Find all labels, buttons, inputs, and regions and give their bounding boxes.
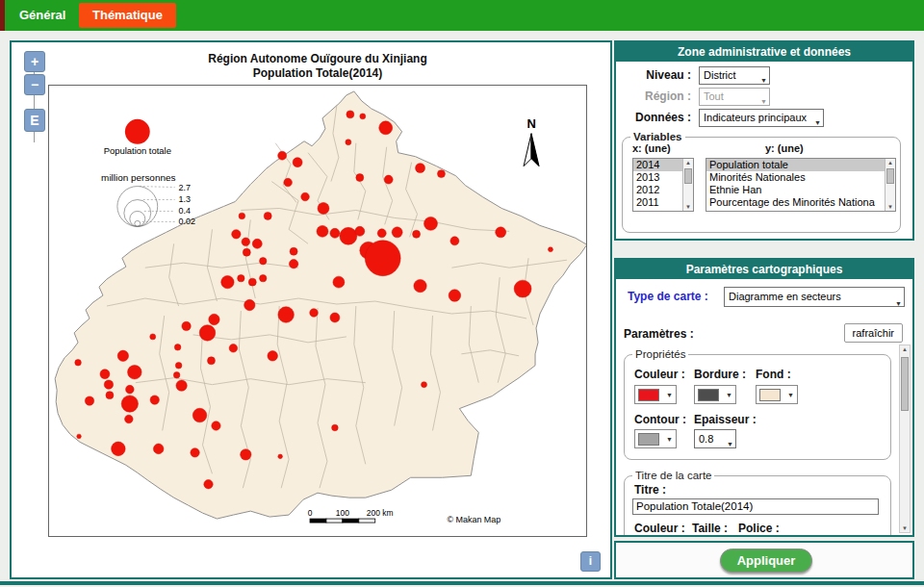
population-bubble <box>392 227 402 238</box>
population-bubble <box>176 380 187 391</box>
zoom-in-button[interactable]: + <box>24 51 45 72</box>
x-variable-label: x: (une) <box>632 142 671 154</box>
titre-couleur-label: Couleur : <box>634 522 685 535</box>
legend-symbol-label: Population totale <box>104 145 171 156</box>
donnees-select[interactable]: Indicateurs principaux ▼ <box>699 109 824 127</box>
population-bubble <box>293 158 302 167</box>
bordure-swatch-select[interactable]: ▼ <box>694 385 736 404</box>
page-bottom-border <box>0 581 924 585</box>
map-type-select[interactable]: Diagramme en secteurs ▼ <box>724 287 905 307</box>
titre-input[interactable]: Population Totale(2014) <box>632 498 879 515</box>
population-bubble <box>290 247 297 255</box>
scroll-down-icon[interactable]: ▼ <box>683 204 693 210</box>
map-canvas[interactable]: Population totale million personnes 2.7 … <box>48 85 587 537</box>
population-bubble <box>379 121 393 135</box>
apply-button[interactable]: Appliquer <box>720 549 812 573</box>
population-bubble <box>346 111 354 118</box>
population-bubble <box>232 230 241 239</box>
scale-end: 200 km <box>367 508 394 518</box>
population-bubble <box>284 178 293 187</box>
population-bubble <box>117 350 128 361</box>
population-bubble <box>77 434 82 439</box>
list-option[interactable]: 2012 <box>633 184 682 196</box>
map-type-label: Type de carte : <box>628 290 708 303</box>
dropdown-arrow-icon: ▼ <box>787 392 794 398</box>
region-select[interactable]: Tout ▼ <box>699 88 770 106</box>
carto-params-section: Paramètres cartographiques Type de carte… <box>614 258 914 537</box>
y-list-scrollbar[interactable]: ▲ ▼ <box>885 159 895 211</box>
bordure-label: Bordure : <box>694 368 746 381</box>
params-scrollbar[interactable]: ▲ ▼ <box>899 345 911 533</box>
y-variable-list[interactable]: Population totaleMinorités NationalesEth… <box>706 158 896 212</box>
map-panel: Région Autonome Ouïgoure du Xinjiang Pop… <box>10 40 612 579</box>
dropdown-arrow-icon: ▼ <box>726 392 732 398</box>
niveau-select[interactable]: District ▼ <box>699 66 770 85</box>
population-bubble <box>121 396 138 412</box>
legend-size-ring <box>135 220 141 226</box>
fond-swatch-select[interactable]: ▼ <box>756 385 798 404</box>
scroll-down-icon[interactable]: ▼ <box>886 204 895 210</box>
full-extent-button[interactable]: E <box>24 109 45 132</box>
zone-admin-section: Zone administrative et données Niveau : … <box>614 40 914 241</box>
donnees-value: Indicateurs principaux <box>704 112 807 123</box>
scroll-down-icon[interactable]: ▼ <box>900 525 910 531</box>
nav-tab-general[interactable]: Général <box>19 8 65 22</box>
map-title-line1: Région Autonome Ouïgoure du Xinjiang <box>48 52 587 66</box>
population-bubble <box>243 248 250 256</box>
scroll-up-icon[interactable]: ▲ <box>886 160 895 166</box>
legend-size-ring <box>124 199 151 226</box>
population-bubble <box>260 274 267 281</box>
scroll-thumb[interactable] <box>901 357 909 411</box>
apply-section: Appliquer <box>614 541 914 579</box>
population-bubble <box>310 309 319 318</box>
population-bubble <box>289 260 297 268</box>
couleur-swatch-select[interactable]: ▼ <box>634 385 677 404</box>
dropdown-arrow-icon: ▼ <box>814 115 821 127</box>
niveau-value: District <box>704 69 736 81</box>
list-option[interactable]: 2011 <box>633 196 682 209</box>
population-bubble <box>377 229 386 238</box>
population-bubble <box>356 174 364 182</box>
color-chip <box>698 389 719 401</box>
north-arrow: N <box>524 116 539 166</box>
scroll-thumb[interactable] <box>684 168 692 184</box>
population-bubble <box>192 408 207 422</box>
legend-size-value: 2.7 <box>179 183 191 192</box>
list-option[interactable]: 2013 <box>633 171 682 184</box>
population-bubble <box>330 228 340 238</box>
population-bubble <box>229 345 238 353</box>
list-option[interactable]: Pourcentage des Minorités Nationa <box>706 196 885 209</box>
epaisseur-select[interactable]: 0.8 ▼ <box>694 429 736 448</box>
scroll-thumb[interactable] <box>886 168 894 184</box>
population-bubble <box>301 192 310 201</box>
population-bubble <box>424 217 438 230</box>
scroll-up-icon[interactable]: ▲ <box>683 160 693 166</box>
list-option[interactable]: Population totale <box>706 159 885 171</box>
legend-size-value: 0.4 <box>179 206 191 216</box>
nav-tab-thematique[interactable]: Thématique <box>79 3 176 28</box>
scale-bar: 0 100 200 km <box>308 508 394 523</box>
zoom-out-button[interactable]: − <box>24 74 45 95</box>
legend-size-ring <box>130 211 145 226</box>
info-button[interactable]: i <box>580 551 601 572</box>
list-option[interactable]: 2014 <box>633 159 682 171</box>
population-bubble <box>278 307 295 323</box>
list-option[interactable]: Minorités Nationales <box>706 171 885 184</box>
x-list-scrollbar[interactable]: ▲ ▼ <box>682 159 693 211</box>
population-bubble <box>330 313 340 322</box>
population-bubble <box>450 237 459 245</box>
contour-swatch-select[interactable]: ▼ <box>634 429 677 448</box>
scroll-up-icon[interactable]: ▲ <box>900 346 910 352</box>
population-bubble <box>173 371 180 378</box>
population-bubble <box>248 278 256 286</box>
population-bubble <box>191 448 199 457</box>
map-title-line2: Population Totale(2014) <box>48 66 587 81</box>
x-variable-list[interactable]: 2014201320122011 ▲ ▼ <box>632 158 694 212</box>
map-attribution: © Makan Map <box>447 515 500 524</box>
dropdown-arrow-icon: ▼ <box>666 392 673 398</box>
region-label: Région : <box>616 89 691 103</box>
population-bubble <box>514 280 531 297</box>
refresh-button[interactable]: rafraîchir <box>844 323 903 343</box>
list-option[interactable]: Ethnie Han <box>706 184 885 196</box>
population-bubble <box>264 212 271 219</box>
